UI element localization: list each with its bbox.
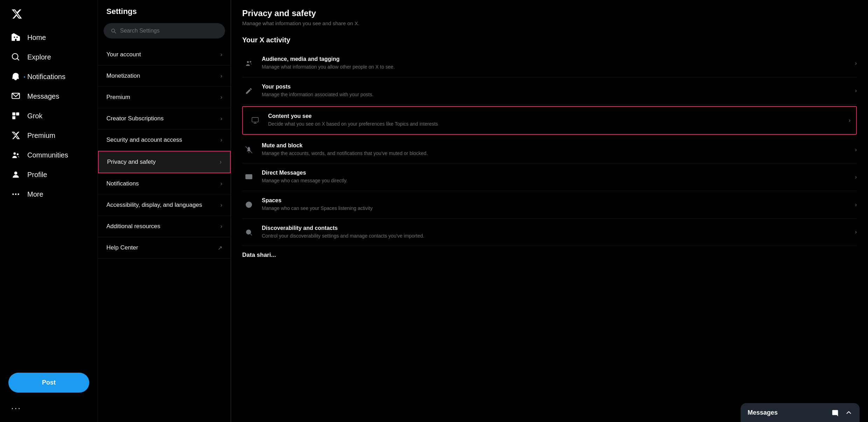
dm-item-desc: Manage who can message you directly. bbox=[262, 177, 849, 184]
svg-rect-12 bbox=[252, 118, 258, 122]
settings-item-notifications[interactable]: Notifications › bbox=[98, 173, 231, 195]
arrow-out-icon: ↗ bbox=[218, 245, 222, 251]
audience-icon bbox=[242, 57, 255, 70]
sidebar-item-label-notifications: Notifications bbox=[27, 73, 65, 81]
sidebar-item-label-grok: Grok bbox=[27, 112, 42, 120]
sidebar-item-more[interactable]: More bbox=[6, 185, 92, 204]
mute-item-title: Mute and block bbox=[262, 142, 849, 149]
x-logo[interactable] bbox=[6, 4, 92, 25]
settings-item-additional-resources[interactable]: Additional resources › bbox=[98, 216, 231, 237]
chevron-icon: › bbox=[220, 223, 222, 230]
chevron-icon: › bbox=[220, 202, 222, 208]
audience-item-title: Audience, media and tagging bbox=[262, 56, 849, 62]
privacy-item-content-you-see[interactable]: Content you see Decide what you see on X… bbox=[242, 106, 857, 135]
sidebar-item-label-home: Home bbox=[27, 34, 46, 42]
sidebar-item-home[interactable]: Home bbox=[6, 28, 92, 47]
audience-item-desc: Manage what information you allow other … bbox=[262, 64, 849, 71]
chevron-icon: › bbox=[220, 51, 222, 58]
settings-item-security-and-account-access[interactable]: Security and account access › bbox=[98, 129, 231, 151]
privacy-panel: Privacy and safety Manage what informati… bbox=[231, 0, 868, 422]
svg-point-16 bbox=[247, 203, 250, 206]
discoverability-icon bbox=[242, 226, 255, 239]
settings-item-privacy-and-safety[interactable]: Privacy and safety › bbox=[98, 151, 231, 173]
privacy-item-mute-and-block[interactable]: Mute and block Manage the accounts, word… bbox=[242, 136, 857, 164]
svg-point-9 bbox=[18, 194, 19, 195]
content-item-title: Content you see bbox=[268, 113, 842, 119]
sidebar-item-label-messages: Messages bbox=[27, 92, 59, 100]
sidebar-item-communities[interactable]: Communities bbox=[6, 146, 92, 164]
sidebar-item-messages[interactable]: Messages bbox=[6, 87, 92, 106]
posts-item-title: Your posts bbox=[262, 84, 849, 90]
messages-floating-panel: Messages bbox=[741, 403, 860, 422]
messages-floating-icons bbox=[832, 409, 853, 416]
mute-icon bbox=[242, 143, 255, 156]
spaces-item-desc: Manage who can see your Spaces listening… bbox=[262, 205, 849, 212]
settings-panel: Settings Your account › Monetization › P… bbox=[98, 0, 231, 422]
mute-item-desc: Manage the accounts, words, and notifica… bbox=[262, 150, 849, 157]
your-x-activity-title: Your X activity bbox=[242, 36, 857, 44]
sidebar-item-premium[interactable]: Premium bbox=[6, 126, 92, 145]
grok-icon bbox=[11, 111, 20, 120]
svg-line-20 bbox=[251, 234, 252, 235]
settings-search-bar[interactable] bbox=[104, 23, 225, 38]
settings-item-your-account[interactable]: Your account › bbox=[98, 44, 231, 65]
privacy-item-discoverability-and-contacts[interactable]: Discoverability and contacts Control you… bbox=[242, 219, 857, 246]
svg-rect-2 bbox=[16, 112, 19, 115]
svg-point-4 bbox=[14, 152, 16, 155]
settings-item-creator-subscriptions[interactable]: Creator Subscriptions › bbox=[98, 108, 231, 129]
communities-icon bbox=[11, 150, 20, 160]
sidebar-item-notifications[interactable]: Notifications bbox=[6, 67, 92, 86]
content-icon bbox=[248, 114, 262, 127]
notifications-icon bbox=[11, 72, 20, 81]
svg-rect-3 bbox=[12, 116, 15, 119]
chevron-icon: › bbox=[220, 181, 222, 187]
content-item-desc: Decide what you see on X based on your p… bbox=[268, 121, 842, 128]
profile-icon bbox=[11, 170, 20, 179]
post-button[interactable]: Post bbox=[8, 373, 89, 393]
discoverability-item-desc: Control your discoverability settings an… bbox=[262, 233, 849, 240]
dm-item-title: Direct Messages bbox=[262, 170, 849, 176]
chevron-icon: › bbox=[220, 159, 222, 165]
privacy-item-direct-messages[interactable]: Direct Messages Manage who can message y… bbox=[242, 163, 857, 191]
search-input[interactable] bbox=[120, 28, 218, 34]
sidebar-item-label-premium: Premium bbox=[27, 132, 55, 140]
svg-point-7 bbox=[12, 194, 14, 195]
chevron-right-icon: › bbox=[855, 174, 857, 180]
svg-point-8 bbox=[15, 194, 16, 195]
more-icon bbox=[11, 190, 20, 199]
data-retention-hint: Data shari... bbox=[242, 246, 857, 261]
spaces-item-title: Spaces bbox=[262, 197, 849, 204]
privacy-item-your-posts[interactable]: Your posts Manage the information associ… bbox=[242, 77, 857, 105]
compose-message-icon[interactable] bbox=[832, 409, 839, 416]
svg-point-19 bbox=[246, 230, 251, 234]
sidebar-item-profile[interactable]: Profile bbox=[6, 165, 92, 184]
settings-item-help-center[interactable]: Help Center ↗ bbox=[98, 237, 231, 259]
sidebar-item-grok[interactable]: Grok bbox=[6, 106, 92, 125]
settings-list: Your account › Monetization › Premium › … bbox=[98, 44, 231, 259]
sidebar-item-explore[interactable]: Explore bbox=[6, 48, 92, 66]
spaces-icon bbox=[242, 198, 255, 211]
chevron-right-icon: › bbox=[849, 117, 850, 124]
privacy-item-spaces[interactable]: Spaces Manage who can see your Spaces li… bbox=[242, 191, 857, 219]
sidebar-item-label-profile: Profile bbox=[27, 171, 47, 179]
svg-point-5 bbox=[17, 153, 19, 155]
chevron-down-icon[interactable] bbox=[845, 409, 853, 416]
settings-item-premium[interactable]: Premium › bbox=[98, 87, 231, 108]
privacy-item-audience-media-tagging[interactable]: Audience, media and tagging Manage what … bbox=[242, 50, 857, 77]
settings-title: Settings bbox=[98, 0, 231, 20]
notification-dot bbox=[23, 76, 26, 78]
discoverability-item-title: Discoverability and contacts bbox=[262, 225, 849, 231]
more-dots[interactable]: ··· bbox=[6, 398, 92, 418]
sidebar-item-label-explore: Explore bbox=[27, 53, 51, 61]
chevron-right-icon: › bbox=[855, 60, 857, 66]
chevron-right-icon: › bbox=[855, 147, 857, 153]
sidebar-nav: Home Explore Notifications Messages bbox=[6, 28, 92, 367]
settings-item-monetization[interactable]: Monetization › bbox=[98, 65, 231, 87]
sidebar: Home Explore Notifications Messages bbox=[0, 0, 98, 422]
settings-item-accessibility-display-languages[interactable]: Accessibility, display, and languages › bbox=[98, 195, 231, 216]
chevron-right-icon: › bbox=[855, 229, 857, 235]
chevron-icon: › bbox=[220, 115, 222, 122]
chevron-right-icon: › bbox=[855, 202, 857, 208]
svg-point-6 bbox=[14, 171, 18, 175]
privacy-panel-title: Privacy and safety bbox=[242, 8, 857, 18]
